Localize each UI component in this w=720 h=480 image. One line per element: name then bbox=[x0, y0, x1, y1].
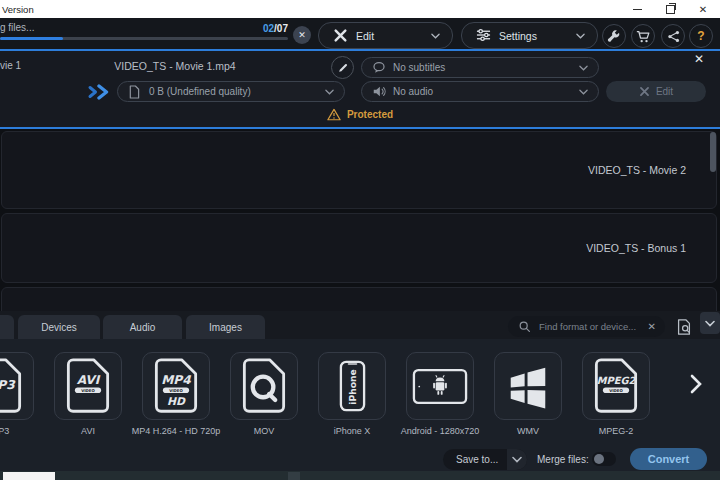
svg-text:MP4: MP4 bbox=[161, 373, 191, 387]
minimize-button[interactable] bbox=[623, 0, 651, 18]
svg-text:VIDEO: VIDEO bbox=[169, 388, 183, 393]
help-icon: ? bbox=[697, 29, 704, 43]
chevron-down-icon bbox=[576, 33, 585, 39]
share-icon bbox=[667, 30, 680, 43]
pencil-icon bbox=[337, 62, 349, 74]
convert-to-arrow-icon bbox=[87, 84, 112, 100]
chevron-right-icon bbox=[688, 372, 704, 396]
convert-button[interactable]: Convert bbox=[630, 448, 707, 470]
toggle-knob bbox=[594, 454, 604, 464]
format-cell-mp3[interactable]: MP3MP3 bbox=[0, 352, 44, 436]
document-icon bbox=[128, 85, 142, 99]
edit-menu-button[interactable]: Edit bbox=[318, 22, 453, 49]
format-cell-iphone-x[interactable]: iPhoneiPhone X bbox=[308, 352, 396, 436]
format-cell-android-1280x720[interactable]: Android - 1280x720 bbox=[396, 352, 484, 436]
cancel-progress-button[interactable]: ✕ bbox=[293, 26, 311, 44]
clear-search-button[interactable]: ✕ bbox=[648, 321, 656, 332]
cart-icon bbox=[636, 30, 651, 43]
format-label: MPEG-2 bbox=[599, 426, 634, 436]
settings-sliders-icon bbox=[476, 28, 491, 43]
window-title: Version bbox=[2, 4, 34, 15]
close-window-button[interactable]: ✕ bbox=[689, 0, 717, 18]
tab-partial[interactable] bbox=[0, 315, 14, 339]
chevron-down-icon bbox=[579, 89, 588, 95]
taskbar-item-small bbox=[288, 472, 300, 480]
list-scrollbar[interactable] bbox=[710, 132, 716, 172]
list-item[interactable]: VIDEO_TS - Bonus 1 bbox=[1, 213, 717, 283]
format-cell-mpeg-2[interactable]: MPEG2VIDEOMPEG-2 bbox=[572, 352, 660, 436]
speaker-icon bbox=[372, 85, 386, 99]
tab-devices[interactable]: Devices bbox=[18, 315, 100, 339]
progress-bar bbox=[0, 37, 288, 40]
audio-select[interactable]: No audio bbox=[361, 81, 599, 102]
avi-icon: AVIVIDEO bbox=[54, 352, 122, 420]
format-label: MP3 bbox=[0, 426, 9, 436]
restore-button[interactable] bbox=[656, 0, 684, 18]
next-formats-button[interactable] bbox=[688, 372, 708, 396]
format-label: AVI bbox=[81, 426, 95, 436]
desktop-strip bbox=[0, 471, 720, 480]
svg-text:MP3: MP3 bbox=[0, 378, 16, 392]
tools-button[interactable] bbox=[602, 24, 626, 48]
format-cell-wmv[interactable]: WMV bbox=[484, 352, 572, 436]
collapse-panel-button[interactable] bbox=[700, 312, 720, 334]
svg-text:HD: HD bbox=[167, 395, 186, 408]
format-label: iPhone X bbox=[334, 426, 371, 436]
svg-text:MPEG2: MPEG2 bbox=[597, 375, 637, 386]
list-item-partial[interactable] bbox=[1, 287, 717, 311]
merge-files-label: Merge files: bbox=[537, 454, 589, 465]
share-button[interactable] bbox=[661, 24, 685, 48]
tab-audio[interactable]: Audio bbox=[103, 315, 182, 339]
edit-file-button[interactable]: Edit bbox=[606, 81, 706, 102]
source-file-name: vie 1 bbox=[0, 60, 21, 71]
restore-icon bbox=[666, 5, 675, 14]
protected-status: Protected bbox=[0, 108, 720, 121]
file-search-icon bbox=[675, 318, 693, 336]
titlebar: Version bbox=[0, 0, 720, 18]
progress-label: g files... bbox=[0, 22, 34, 33]
mp4-h264-hd-720p-icon: MP4VIDEOHD bbox=[142, 352, 210, 420]
list-item[interactable]: VIDEO_TS - Movie 2 bbox=[1, 131, 717, 209]
mov-icon bbox=[230, 352, 298, 420]
store-button[interactable] bbox=[631, 24, 655, 48]
rename-button[interactable] bbox=[331, 56, 354, 79]
file-search-button[interactable] bbox=[672, 315, 696, 339]
format-strip: MP3MP3AVIVIDEOAVIMP4VIDEOHDMP4 H.264 - H… bbox=[0, 352, 660, 436]
mpeg-2-icon: MPEG2VIDEO bbox=[582, 352, 650, 420]
output-quality-select[interactable]: 0 B (Undefined quality) bbox=[117, 81, 345, 102]
iphone-x-icon: iPhone bbox=[318, 352, 386, 420]
format-cell-avi[interactable]: AVIVIDEOAVI bbox=[44, 352, 132, 436]
save-to-dropdown[interactable]: Save to... bbox=[443, 449, 527, 470]
mp3-icon: MP3 bbox=[0, 352, 34, 420]
format-cell-mp4-h264-hd-720p[interactable]: MP4VIDEOHDMP4 H.264 - HD 720p bbox=[132, 352, 220, 436]
chevron-down-icon bbox=[431, 33, 440, 39]
taskbar-item bbox=[3, 472, 55, 480]
svg-text:iPhone: iPhone bbox=[346, 369, 357, 404]
remove-file-button[interactable]: ✕ bbox=[694, 52, 704, 66]
progress-counter: 02/07 bbox=[200, 23, 288, 34]
format-label: WMV bbox=[517, 426, 539, 436]
wmv-icon bbox=[494, 352, 562, 420]
format-cell-mov[interactable]: MOV bbox=[220, 352, 308, 436]
settings-menu-button[interactable]: Settings bbox=[461, 22, 598, 49]
progress-fill bbox=[0, 37, 63, 40]
close-icon: ✕ bbox=[699, 4, 707, 15]
tab-images[interactable]: Images bbox=[186, 315, 265, 339]
edit-tools-icon bbox=[333, 28, 348, 43]
output-file-name: VIDEO_TS - Movie 1.mp4 bbox=[60, 60, 290, 72]
format-search-field: ✕ bbox=[508, 316, 665, 337]
file-list: VIDEO_TS - Movie 2 VIDEO_TS - Bonus 1 bbox=[0, 129, 720, 311]
minimize-icon bbox=[633, 9, 642, 10]
search-icon bbox=[518, 320, 531, 333]
chevron-down-icon bbox=[325, 89, 334, 95]
search-input[interactable] bbox=[537, 320, 648, 333]
chevron-down-icon bbox=[705, 320, 715, 327]
merge-files-toggle[interactable] bbox=[592, 452, 616, 466]
chevron-down-icon bbox=[507, 449, 527, 470]
help-button[interactable]: ? bbox=[689, 24, 713, 48]
format-label: Android - 1280x720 bbox=[401, 426, 480, 436]
warning-icon bbox=[327, 108, 341, 121]
app-window: Version ✕ g files... 02/07 ✕ Edit Settin… bbox=[0, 0, 720, 480]
edit-tools-icon bbox=[639, 86, 650, 97]
subtitles-select[interactable]: No subtitles bbox=[361, 57, 599, 78]
